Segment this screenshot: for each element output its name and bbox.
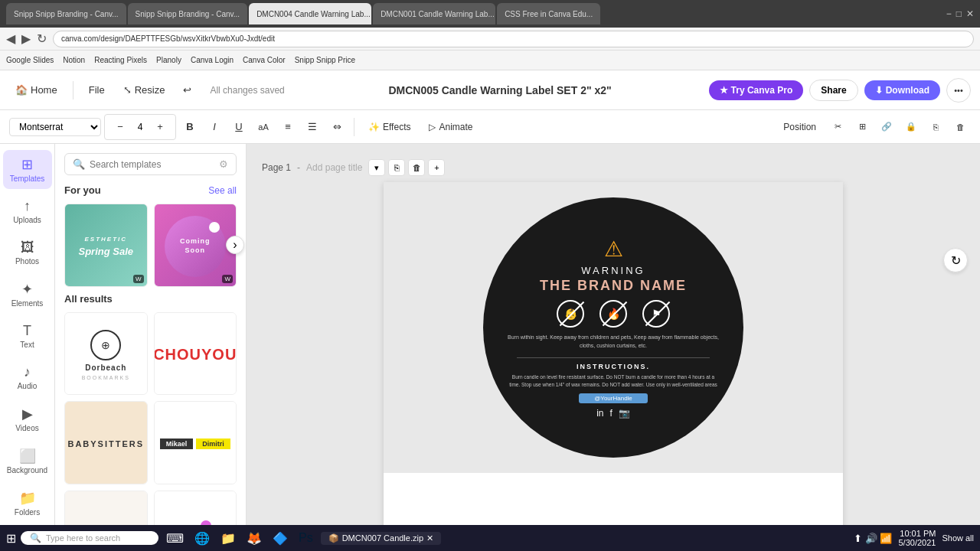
case-button[interactable]: aA (253, 116, 274, 138)
sidebar-item-background[interactable]: ⬜ Background (3, 442, 52, 481)
address-input[interactable] (53, 31, 974, 47)
animate-button[interactable]: ▷ Animate (421, 119, 480, 135)
refresh-icon[interactable]: ↻ (37, 31, 47, 46)
sidebar-item-folders[interactable]: 📁 Folders (3, 484, 52, 523)
link-button[interactable]: 🔗 (876, 116, 897, 138)
more-options-button[interactable]: ••• (946, 78, 971, 103)
burn-text: Burn within sight. Keep away from childr… (506, 334, 720, 350)
social-icons-row: in f 📷 (596, 408, 630, 419)
text-spacing-button[interactable]: ⇔ (326, 116, 348, 138)
warning-text: WARNING (581, 265, 645, 276)
template-card-dorbeach[interactable]: ⊕ Dorbeach BOOKMARKS (64, 312, 148, 396)
italic-button[interactable]: I (204, 116, 225, 138)
grid-button[interactable]: ⊞ (851, 116, 873, 138)
sidebar-item-text[interactable]: T Text (3, 317, 52, 355)
sidebar-item-elements[interactable]: ✦ Elements (3, 275, 52, 314)
show-desktop-button[interactable]: Show all (942, 533, 974, 543)
font-size-decrease[interactable]: − (109, 116, 131, 138)
bookmark-item-5[interactable]: Canva Login (191, 56, 234, 64)
search-input[interactable] (90, 159, 214, 170)
canva-toolbar: 🏠 Home File ⤡ Resize ↩ All changes saved… (0, 70, 980, 110)
crop-button[interactable]: ✂ (827, 116, 848, 138)
template-card-2[interactable]: ComingSoon W (154, 204, 237, 287)
sidebar-item-uploads[interactable]: ↑ Uploads (3, 192, 52, 230)
close-file-icon[interactable]: ✕ (426, 533, 433, 543)
left-sidebar: ⊞ Templates ↑ Uploads 🖼 Photos ✦ Element… (0, 144, 55, 551)
template-card-chouyou[interactable]: CHOUYOU (154, 312, 237, 396)
copy-button[interactable]: ⎘ (925, 116, 946, 138)
bookmark-item-6[interactable]: Canva Color (243, 56, 286, 64)
resize-icon: ⤡ (123, 84, 132, 96)
taskbar-app1-icon[interactable]: 🔷 (270, 530, 291, 547)
bullet-list-button[interactable]: ☰ (302, 116, 323, 138)
sidebar-item-photos[interactable]: 🖼 Photos (3, 233, 52, 272)
canvas-refresh-button[interactable]: ↻ (943, 248, 968, 272)
minimize-icon[interactable]: − (946, 8, 952, 19)
page-add-button[interactable]: + (428, 159, 445, 176)
audio-icon: ♪ (24, 364, 31, 380)
template-card-babysitters[interactable]: BABYSITTERS (64, 401, 148, 484)
taskbar-file-item[interactable]: 📦 DMCN007 Candle.zip ✕ (321, 532, 441, 545)
bookmark-item-1[interactable]: Google Slides (6, 56, 54, 64)
page-collapse-button[interactable]: ▾ (368, 159, 385, 176)
canvas-page-1[interactable]: ⚠ WARNING THE BRAND NAME 👶 🔥 (384, 182, 843, 551)
bookmark-item-2[interactable]: Notion (63, 56, 85, 64)
taskbar-firefox-icon[interactable]: 🦊 (243, 530, 265, 547)
filter-icon[interactable]: ⚙ (219, 158, 228, 170)
undo-button[interactable]: ↩ (177, 81, 198, 99)
nav-arrow[interactable]: › (226, 236, 244, 254)
back-icon[interactable]: ◀ (6, 31, 15, 46)
page-copy-button[interactable]: ⎘ (388, 159, 405, 176)
bookmark-item-3[interactable]: Reacting Pixels (94, 56, 147, 64)
taskbar-chrome-icon[interactable]: 🌐 (191, 530, 213, 547)
font-size-value[interactable]: 4 (132, 122, 148, 132)
lock-button[interactable]: 🔒 (900, 116, 922, 138)
maximize-icon[interactable]: □ (956, 8, 962, 19)
resize-button[interactable]: ⤡ Resize (117, 81, 172, 99)
page-delete-button[interactable]: 🗑 (408, 159, 425, 176)
bold-button[interactable]: B (179, 116, 201, 138)
position-button[interactable]: Position (776, 119, 824, 135)
taskbar-photoshop-icon[interactable]: Ps (296, 530, 316, 546)
windows-start-button[interactable]: ⊞ (6, 531, 16, 546)
close-icon[interactable]: ✕ (966, 8, 974, 19)
sidebar-item-templates[interactable]: ⊞ Templates (3, 150, 52, 189)
browser-tab-4[interactable]: DMCN001 Candle Warning Lab... (373, 3, 495, 24)
document-title[interactable]: DMCN005 Candle Warning Label SET 2" x2" (297, 84, 703, 96)
canvas-area[interactable]: Page 1 - Add page title ▾ ⎘ 🗑 + ⚠ WARNIN… (247, 144, 980, 551)
home-button[interactable]: 🏠 Home (9, 81, 64, 99)
template-card-mikael[interactable]: Mikael Dimitri (154, 401, 237, 484)
forward-icon[interactable]: ▶ (21, 31, 31, 46)
search-bar[interactable]: 🔍 ⚙ (64, 153, 237, 175)
sidebar-item-videos[interactable]: ▶ Videos (3, 399, 52, 439)
align-button[interactable]: ≡ (277, 116, 299, 138)
bookmark-item-7[interactable]: Snipp Snipp Price (295, 56, 356, 64)
effects-button[interactable]: ✨ Effects (361, 119, 418, 135)
taskbar-file-icon[interactable]: 📁 (217, 530, 239, 547)
delete-button[interactable]: 🗑 (949, 116, 971, 138)
templates-panel: 🔍 ⚙ For you See all ESTHETIC Spring Sale… (55, 144, 247, 551)
taskbar-cortana-icon[interactable]: ⌨ (163, 530, 187, 547)
sidebar-item-audio[interactable]: ♪ Audio (3, 358, 52, 396)
share-button[interactable]: Share (809, 80, 858, 101)
font-family-select[interactable]: Montserrat (9, 118, 101, 136)
separator-2 (354, 118, 354, 136)
font-size-increase[interactable]: + (149, 116, 171, 138)
see-all-button[interactable]: See all (208, 185, 237, 196)
try-canva-pro-button[interactable]: ★ Try Canva Pro (709, 80, 803, 100)
browser-tab-2[interactable]: Snipp Snipp Branding - Canv... (128, 3, 248, 24)
browser-tab-5[interactable]: CSS Free in Canva Edu... (497, 3, 600, 24)
browser-tab-1[interactable]: Snipp Snipp Branding - Canv... (6, 3, 126, 24)
circular-label[interactable]: ⚠ WARNING THE BRAND NAME 👶 🔥 (483, 197, 743, 458)
template-card-1[interactable]: ESTHETIC Spring Sale W (64, 204, 148, 287)
no-move-icon: ⚑ (642, 300, 670, 328)
taskbar-icons: ⌨ 🌐 📁 🦊 🔷 Ps (163, 530, 316, 547)
bookmark-item-4[interactable]: Planoly (156, 56, 181, 64)
download-button[interactable]: ⬇ Download (864, 80, 940, 100)
browser-tab-3[interactable]: DMCN004 Candle Warning Lab... (249, 3, 371, 24)
underline-button[interactable]: U (228, 116, 250, 138)
social-handle[interactable]: @YourHandle (579, 393, 648, 403)
taskbar-search[interactable]: 🔍 Type here to search (21, 531, 158, 545)
warning-symbols-row: 👶 🔥 ⚑ (557, 300, 670, 328)
file-button[interactable]: File (83, 81, 111, 99)
